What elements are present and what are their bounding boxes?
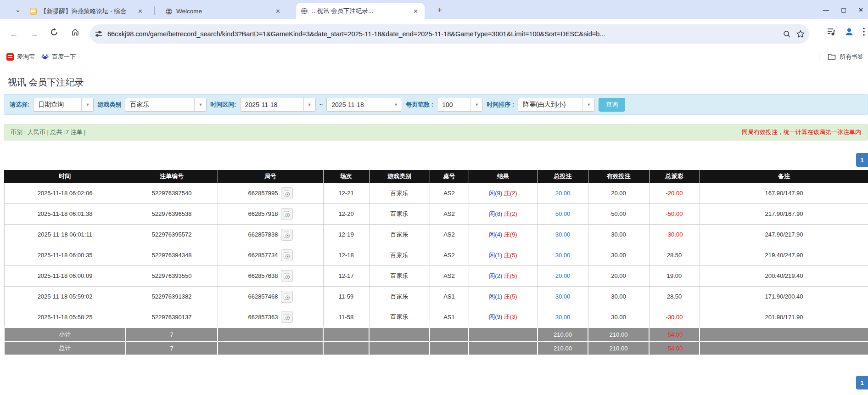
home-button[interactable] xyxy=(68,27,83,41)
pagination-page-1-top[interactable]: 1 xyxy=(856,153,868,167)
bookmark-taobao[interactable]: 爱淘宝 xyxy=(6,53,35,61)
bookmark-star-icon[interactable] xyxy=(796,30,805,38)
cell-table-number: AS2 xyxy=(430,224,469,245)
globe-icon xyxy=(165,8,173,15)
result-player: 闲(9) xyxy=(489,190,502,197)
tab-forum[interactable]: 【新提醒】海燕策略论坛 - 综合 ✕ xyxy=(25,3,149,19)
tab-strip: ⌄ 【新提醒】海燕策略论坛 - 综合 ✕ Welcome ✕ :::视讯 会员下… xyxy=(0,0,868,19)
tab-bet-records-active[interactable]: :::视讯 会员下注纪录::: ✕ xyxy=(296,3,425,19)
profile-avatar[interactable] xyxy=(844,27,854,37)
window-minimize-button[interactable]: — xyxy=(823,6,829,13)
cell-bet-id: 522976396538 xyxy=(126,203,218,224)
date-end-select[interactable]: 2025-11-18 ▼ xyxy=(326,98,402,112)
search-button[interactable]: 查询 xyxy=(599,98,625,112)
pagination-page-1-bottom[interactable]: 1 xyxy=(856,376,868,389)
tab-search-button[interactable]: ⌄ xyxy=(10,4,26,17)
cell-session: 11-58 xyxy=(323,307,369,327)
video-replay-icon[interactable] xyxy=(281,187,293,199)
cell-time: 2025-11-18 06:02:06 xyxy=(4,183,126,203)
table-row: 2025-11-18 05:59:02522976391382662857468… xyxy=(4,286,868,307)
cell-time: 2025-11-18 06:00:09 xyxy=(4,265,126,286)
cell-game-type: 百家乐 xyxy=(369,183,430,203)
chevron-down-icon: ▼ xyxy=(470,98,482,111)
zoom-icon[interactable] xyxy=(783,30,791,38)
result-banker: 庄(2) xyxy=(504,210,517,217)
cell-valid-bet: 30.00 xyxy=(588,307,649,327)
cell-total-bet: 30.00 xyxy=(538,224,588,245)
cell-session: 12-17 xyxy=(323,265,369,286)
sort-label: 时间排序 : xyxy=(487,101,514,109)
game-type-select[interactable]: 百家乐 ▼ xyxy=(125,98,207,112)
total-bet-link[interactable]: 20.00 xyxy=(555,190,571,197)
video-replay-icon[interactable] xyxy=(281,270,293,282)
bookmarks-bar: 爱淘宝 百度一下 所有书签 xyxy=(0,49,868,65)
result-banker: 庄(5) xyxy=(504,272,517,279)
window-maximize-button[interactable]: ▢ xyxy=(841,6,846,13)
round-number: 662857918 xyxy=(248,210,278,217)
result-banker: 庄(5) xyxy=(504,252,517,259)
result-banker: 庄(2) xyxy=(504,190,517,197)
new-tab-button[interactable]: + xyxy=(434,5,446,17)
game-type-label: 游戏类别 xyxy=(97,101,121,109)
video-replay-icon[interactable] xyxy=(281,311,293,323)
cell-result: 闲(4) 庄(9) xyxy=(469,224,538,245)
cell-payout: 19.00 xyxy=(649,265,700,286)
column-header: 注单编号 xyxy=(126,170,218,183)
table-row: 2025-11-18 05:58:25522976390137662857363… xyxy=(4,307,868,327)
bookmark-label: 爱淘宝 xyxy=(17,53,35,61)
cell-payout: -30.00 xyxy=(649,224,700,245)
bookmark-baidu[interactable]: 百度一下 xyxy=(41,53,76,62)
result-player: 闲(2) xyxy=(489,272,502,279)
cell-round-id: 662857838 xyxy=(218,224,323,245)
sort-select[interactable]: 降幂(由大到小) ▼ xyxy=(518,98,595,112)
back-button[interactable]: ← xyxy=(6,27,21,41)
total-bet-link[interactable]: 50.00 xyxy=(555,210,571,217)
total-bet-link[interactable]: 30.00 xyxy=(555,252,571,259)
date-start-select[interactable]: 2025-11-18 ▼ xyxy=(240,98,316,112)
round-cell: 662857363 xyxy=(248,311,292,323)
window-close-button[interactable]: ✕ xyxy=(858,6,863,13)
round-number: 662857468 xyxy=(248,293,278,300)
column-header: 局号 xyxy=(218,170,323,183)
query-mode-select[interactable]: 日期查询 ▼ xyxy=(33,98,94,112)
filter-bar: 请选择: 日期查询 ▼ 游戏类别 百家乐 ▼ 时间区间: 2025-11-18 … xyxy=(4,94,868,115)
cell-result: 闲(9) 庄(3) xyxy=(469,307,538,327)
cell-time: 2025-11-18 06:00:35 xyxy=(4,245,126,265)
cell-bet-id: 522976393550 xyxy=(126,265,218,286)
menu-dots-icon[interactable] xyxy=(862,27,865,36)
cell-note: 171.90/200.40 xyxy=(700,286,868,307)
reload-button[interactable] xyxy=(47,27,62,41)
taobao-icon xyxy=(6,53,14,61)
chevron-down-icon: ▼ xyxy=(81,98,93,111)
cell-note: 247.90/217.90 xyxy=(700,224,868,245)
cell-time: 2025-11-18 06:01:38 xyxy=(4,203,126,224)
table-row: 2025-11-18 06:00:09522976393550662857638… xyxy=(4,265,868,286)
result-banker: 庄(5) xyxy=(504,293,517,300)
tab-close-icon[interactable]: ✕ xyxy=(411,8,420,15)
round-cell: 662857838 xyxy=(248,229,292,241)
tune-icon[interactable] xyxy=(95,30,103,38)
tab-close-icon[interactable]: ✕ xyxy=(274,8,282,15)
all-bookmarks-button[interactable]: 所有书签 xyxy=(819,52,863,62)
url-text[interactable]: 66cxkj98.com/game/betrecord_search/kind3… xyxy=(107,30,778,38)
range-separator: ~ xyxy=(319,101,323,108)
video-replay-icon[interactable] xyxy=(281,249,293,261)
video-replay-icon[interactable] xyxy=(281,208,293,220)
result-player: 闲(8) xyxy=(489,210,502,217)
media-controls-icon[interactable] xyxy=(827,27,836,36)
video-replay-icon[interactable] xyxy=(281,291,293,303)
column-header: 总投注 xyxy=(538,170,588,183)
table-row: 2025-11-18 06:02:06522976397540662857995… xyxy=(4,183,868,203)
total-bet-link[interactable]: 20.00 xyxy=(555,272,571,279)
cell-result: 闲(1) 庄(5) xyxy=(469,245,538,265)
address-bar[interactable]: 66cxkj98.com/game/betrecord_search/kind3… xyxy=(90,24,809,44)
result-player: 闲(9) xyxy=(489,313,502,320)
total-bet-link[interactable]: 30.00 xyxy=(555,231,571,238)
per-page-select[interactable]: 100 ▼ xyxy=(437,98,483,112)
forward-button[interactable]: → xyxy=(27,27,41,41)
total-bet-link[interactable]: 30.00 xyxy=(555,314,571,321)
video-replay-icon[interactable] xyxy=(281,229,293,241)
tab-welcome[interactable]: Welcome ✕ xyxy=(161,3,287,19)
total-bet-link[interactable]: 30.00 xyxy=(555,293,571,300)
tab-close-icon[interactable]: ✕ xyxy=(136,8,145,15)
